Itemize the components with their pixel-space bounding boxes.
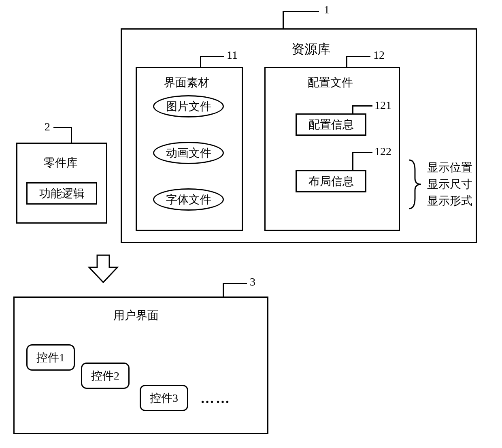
interface-materials-title: 界面素材 — [164, 75, 209, 90]
control-1-label: 控件1 — [36, 350, 65, 365]
font-file-ellipse: 字体文件 — [153, 188, 224, 211]
image-file-label: 图片文件 — [166, 99, 211, 114]
config-info-label: 配置信息 — [308, 117, 354, 132]
function-logic-label: 功能逻辑 — [39, 186, 85, 201]
down-arrow-icon — [87, 253, 119, 286]
more-dots: …… — [200, 391, 231, 406]
layout-info-label: 布局信息 — [308, 174, 354, 189]
control-3-box: 控件3 — [140, 385, 188, 411]
parts-library-title: 零件库 — [44, 155, 78, 171]
user-interface-title: 用户界面 — [113, 308, 159, 323]
user-interface-number: 3 — [250, 275, 255, 288]
control-1-box: 控件1 — [26, 344, 75, 371]
config-file-number: 12 — [373, 49, 385, 62]
function-logic-box: 功能逻辑 — [26, 182, 97, 205]
parts-library-number: 2 — [45, 120, 50, 133]
resource-library-title: 资源库 — [291, 41, 330, 58]
layout-detail-size: 显示尺寸 — [427, 177, 472, 192]
interface-materials-number: 11 — [227, 49, 238, 62]
resource-library-number: 1 — [324, 3, 330, 16]
image-file-ellipse: 图片文件 — [153, 95, 224, 117]
font-file-label: 字体文件 — [166, 192, 211, 207]
config-info-box: 配置信息 — [296, 113, 366, 136]
animation-file-ellipse: 动画文件 — [153, 142, 224, 164]
brace-icon — [405, 158, 425, 211]
config-file-title: 配置文件 — [308, 75, 353, 90]
control-3-label: 控件3 — [150, 390, 178, 406]
layout-detail-form: 显示形式 — [427, 193, 472, 209]
layout-info-number: 122 — [374, 145, 391, 158]
control-2-label: 控件2 — [91, 368, 119, 384]
control-2-box: 控件2 — [81, 363, 130, 389]
layout-detail-position: 显示位置 — [427, 160, 472, 175]
config-info-number: 121 — [374, 99, 391, 112]
layout-info-box: 布局信息 — [296, 170, 366, 192]
animation-file-label: 动画文件 — [166, 145, 211, 161]
